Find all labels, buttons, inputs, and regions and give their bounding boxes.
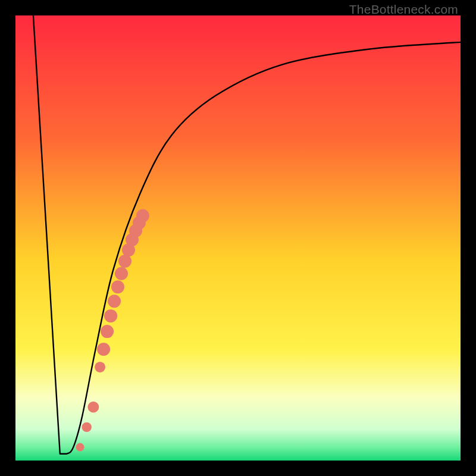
highlight-dot [95,362,105,372]
attribution-text: TheBottleneck.com [349,2,458,17]
highlight-dot [136,209,149,223]
chart-svg [15,15,461,461]
highlight-dot [76,443,84,452]
highlight-dot [88,402,99,413]
highlight-dot [82,422,92,432]
highlight-dot [104,309,117,322]
highlight-dot [97,343,110,356]
chart-plot-area [15,15,461,461]
highlight-dot [118,255,131,268]
highlight-dot [108,295,121,308]
chart-frame: TheBottleneck.com [0,0,476,476]
highlight-dot [115,267,128,280]
highlight-dot [111,280,124,293]
highlight-dot [101,325,114,338]
